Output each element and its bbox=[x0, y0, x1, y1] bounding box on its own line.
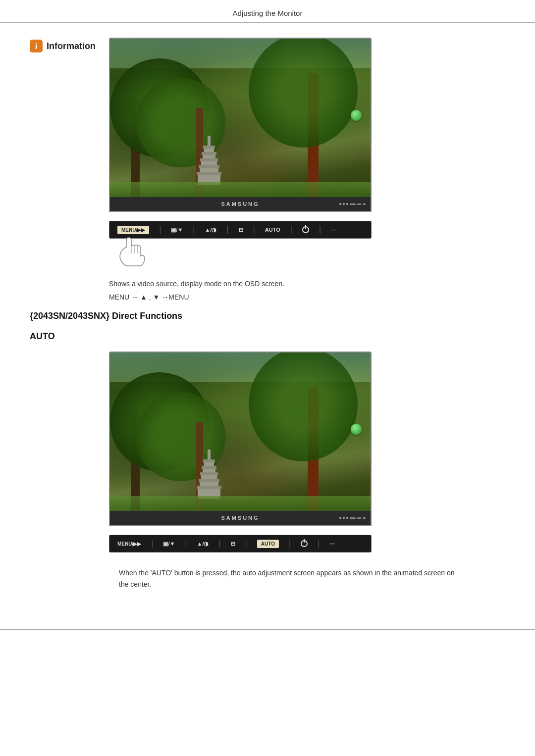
monitor-screen-display: SAMSUNG bbox=[109, 38, 372, 212]
svg-text:i: i bbox=[35, 42, 37, 50]
monitor-screen-display-2: SAMSUNG bbox=[109, 352, 372, 526]
page-header: Adjusting the Monitor bbox=[0, 0, 535, 23]
source-btn-2: ▣/▼ bbox=[163, 541, 175, 547]
dash-btn-2: — bbox=[329, 541, 335, 547]
green-ball bbox=[351, 110, 362, 121]
green-ball-2 bbox=[351, 424, 362, 435]
information-icon: i bbox=[30, 40, 43, 52]
finger-pointer-icon bbox=[114, 234, 154, 268]
dash-btn: — bbox=[331, 227, 336, 233]
page-footer bbox=[0, 629, 535, 630]
info-content: SAMSUNG MENU/▶▶ bbox=[109, 38, 505, 301]
menu-btn: MENU/▶▶ bbox=[117, 226, 149, 234]
direct-functions-section: {2043SN/2043SNX} Direct Functions bbox=[30, 311, 505, 321]
auto-footer-text: When the 'AUTO' button is pressed, the a… bbox=[119, 567, 466, 590]
auto-heading: AUTO bbox=[30, 331, 505, 342]
monitor-brand-label: SAMSUNG bbox=[221, 201, 259, 207]
direct-functions-heading: {2043SN/2043SNX} Direct Functions bbox=[30, 311, 505, 321]
info-section: i Information bbox=[30, 38, 505, 301]
power-icon bbox=[302, 226, 309, 233]
osd-bar-image-1: MENU/▶▶ | ▣/▼ | ▲/◑ | ⊟ | AUTO | | — bbox=[109, 221, 505, 270]
auto-footer-desc: When the 'AUTO' button is pressed, the a… bbox=[119, 567, 466, 590]
page-title: Adjusting the Monitor bbox=[233, 9, 303, 17]
source-btn: ▣/▼ bbox=[171, 227, 183, 233]
monitor-screen-2 bbox=[110, 353, 371, 511]
menu-path-text: MENU → ▲ , ▼ →MENU bbox=[109, 293, 505, 301]
auto-btn: AUTO bbox=[265, 227, 280, 233]
monitor-image-1: SAMSUNG bbox=[109, 38, 505, 212]
brightness-btn: ▲/◑ bbox=[205, 227, 217, 233]
auto-btn-2: AUTO bbox=[257, 540, 279, 548]
settings-btn-2: ⊟ bbox=[231, 541, 235, 547]
menu-btn-2: MENU/▶▶ bbox=[117, 541, 141, 547]
power-icon-2 bbox=[301, 540, 308, 547]
osd-bar-image-2: MENU/▶▶ | ▣/▼ | ▲/◑ | ⊟ | AUTO | | — bbox=[109, 535, 505, 553]
auto-section: AUTO bbox=[30, 331, 505, 590]
settings-btn: ⊟ bbox=[239, 227, 243, 233]
brightness-btn-2: ▲/◑ bbox=[197, 541, 209, 547]
power-btn bbox=[302, 226, 309, 233]
info-title: Information bbox=[47, 41, 96, 51]
monitor-screen bbox=[110, 39, 371, 197]
monitor-brand-label-2: SAMSUNG bbox=[221, 515, 259, 521]
info-label-col: i Information bbox=[30, 38, 109, 52]
finger-annotation bbox=[109, 234, 505, 270]
auto-images-block: SAMSUNG MENU/▶▶ bbox=[109, 352, 505, 553]
monitor-image-2: SAMSUNG bbox=[109, 352, 505, 526]
power-btn-2 bbox=[301, 540, 308, 547]
description-text: Shows a video source, display mode on th… bbox=[109, 278, 505, 289]
description-block: Shows a video source, display mode on th… bbox=[109, 278, 505, 301]
osd-control-bar-2: MENU/▶▶ | ▣/▼ | ▲/◑ | ⊟ | AUTO | | — bbox=[109, 535, 372, 553]
monitor-bottom-bar: SAMSUNG bbox=[110, 197, 371, 211]
monitor-bottom-bar-2: SAMSUNG bbox=[110, 511, 371, 525]
